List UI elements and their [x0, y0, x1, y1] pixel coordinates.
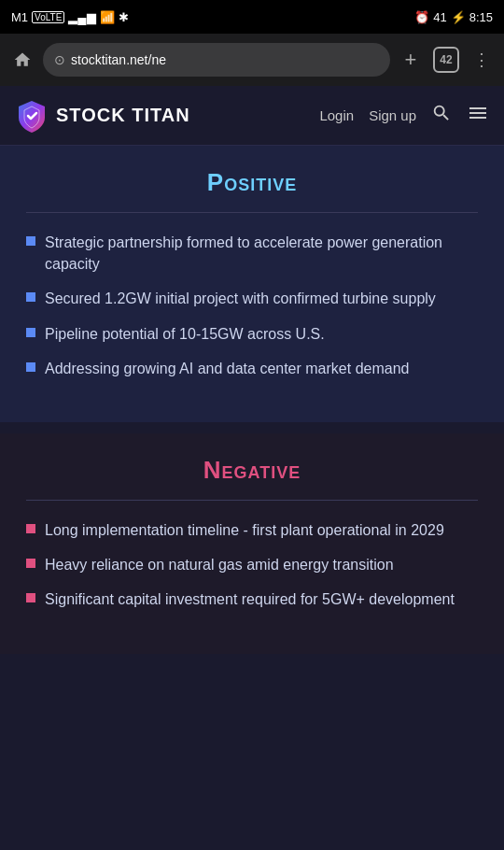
- bullet-icon: [26, 292, 35, 302]
- content-area: Positive Strategic partnership formed to…: [0, 146, 504, 654]
- browser-home-button[interactable]: [9, 47, 35, 73]
- list-item: Long implementation timeline - first pla…: [26, 519, 478, 541]
- volte-badge: VoLTE: [32, 11, 64, 23]
- list-item: Strategic partnership formed to accelera…: [26, 232, 478, 275]
- browser-url-bar[interactable]: ⊙ stocktitan.net/ne: [43, 43, 390, 77]
- bullet-icon: [26, 362, 35, 372]
- wifi-icon: 📶: [100, 10, 115, 24]
- search-button[interactable]: [431, 103, 452, 128]
- list-item: Secured 1.2GW initial project with confi…: [26, 288, 478, 309]
- browser-menu-button[interactable]: ⋮: [469, 47, 495, 73]
- list-item: Significant capital investment required …: [26, 588, 478, 610]
- positive-title: Positive: [26, 168, 478, 197]
- nav-links: Login Sign up: [319, 102, 489, 129]
- positive-bullet-list: Strategic partnership formed to accelera…: [26, 232, 478, 379]
- battery-icon: ⚡: [451, 10, 466, 24]
- alarm-icon: ⏰: [414, 10, 429, 24]
- logo-icon: [15, 99, 49, 133]
- bullet-text: Long implementation timeline - first pla…: [45, 519, 444, 541]
- signal-icon: ▂▄▆: [68, 10, 95, 24]
- negative-bullet-list: Long implementation timeline - first pla…: [26, 519, 478, 611]
- negative-divider: [26, 500, 478, 501]
- menu-button[interactable]: [467, 102, 489, 129]
- url-security-icon: ⊙: [54, 52, 65, 67]
- list-item: Addressing growing AI and data center ma…: [26, 358, 478, 379]
- bullet-icon: [26, 559, 35, 568]
- logo-text: STOCK TITAN: [56, 105, 190, 126]
- positive-section: Positive Strategic partnership formed to…: [0, 146, 504, 422]
- url-text: stocktitan.net/ne: [71, 52, 379, 67]
- status-right: ⏰ 41 ⚡ 8:15: [414, 10, 493, 24]
- bullet-text: Significant capital investment required …: [45, 588, 455, 610]
- site-logo: STOCK TITAN: [15, 99, 190, 133]
- carrier-label: M1: [11, 10, 28, 24]
- battery-label: 41: [433, 10, 446, 24]
- new-tab-button[interactable]: +: [398, 47, 424, 73]
- negative-title: Negative: [26, 456, 478, 485]
- bullet-icon: [26, 593, 35, 602]
- bullet-text: Strategic partnership formed to accelera…: [45, 232, 478, 275]
- bullet-icon: [26, 236, 35, 246]
- login-link[interactable]: Login: [319, 107, 354, 123]
- bullet-text: Secured 1.2GW initial project with confi…: [45, 288, 436, 309]
- time-label: 8:15: [469, 10, 493, 24]
- status-bar: M1 VoLTE ▂▄▆ 📶 ✱ ⏰ 41 ⚡ 8:15: [0, 0, 504, 34]
- negative-section: Negative Long implementation timeline - …: [0, 433, 504, 654]
- positive-divider: [26, 212, 478, 213]
- browser-actions: + 42 ⋮: [398, 47, 495, 73]
- bullet-text: Addressing growing AI and data center ma…: [45, 358, 409, 379]
- bullet-text: Heavy reliance on natural gas amid energ…: [45, 554, 394, 575]
- tabs-count-button[interactable]: 42: [433, 47, 459, 73]
- signup-link[interactable]: Sign up: [369, 107, 416, 123]
- list-item: Heavy reliance on natural gas amid energ…: [26, 554, 478, 575]
- list-item: Pipeline potential of 10-15GW across U.S…: [26, 323, 478, 345]
- bullet-icon: [26, 328, 35, 337]
- status-left: M1 VoLTE ▂▄▆ 📶 ✱: [11, 10, 129, 24]
- bullet-icon: [26, 524, 35, 533]
- site-nav: STOCK TITAN Login Sign up: [0, 86, 504, 146]
- bullet-text: Pipeline potential of 10-15GW across U.S…: [45, 323, 325, 345]
- browser-bar: ⊙ stocktitan.net/ne + 42 ⋮: [0, 34, 504, 86]
- nfc-icon: ✱: [119, 10, 129, 24]
